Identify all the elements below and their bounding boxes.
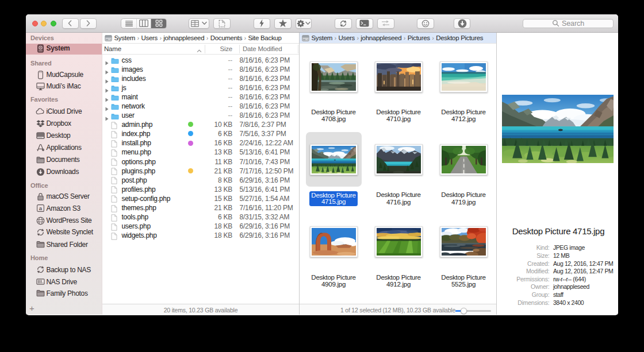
svg-text:a: a bbox=[39, 205, 42, 211]
